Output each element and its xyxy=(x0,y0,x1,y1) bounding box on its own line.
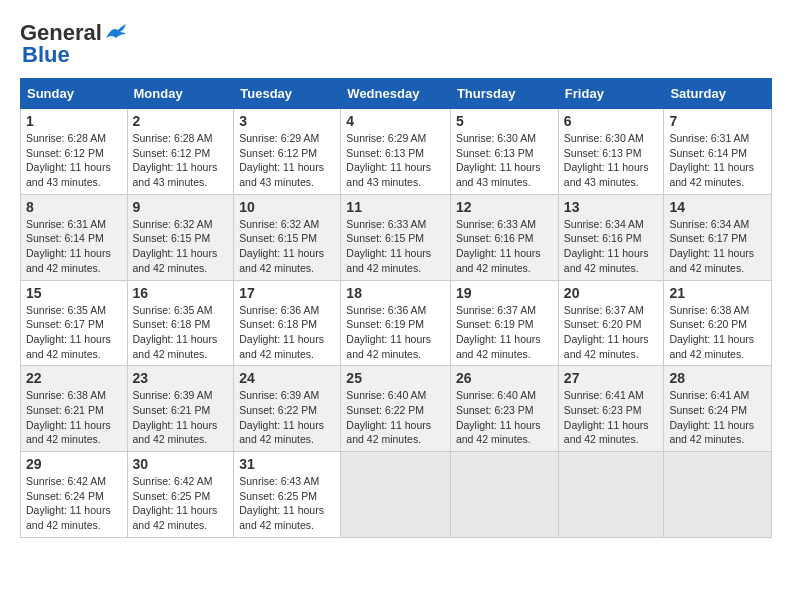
calendar-cell: 19 Sunrise: 6:37 AM Sunset: 6:19 PM Dayl… xyxy=(450,280,558,366)
day-info: Sunrise: 6:35 AM Sunset: 6:18 PM Dayligh… xyxy=(133,303,229,362)
day-info: Sunrise: 6:40 AM Sunset: 6:22 PM Dayligh… xyxy=(346,388,445,447)
daylight-minutes: and 42 minutes. xyxy=(26,433,101,445)
calendar-cell: 9 Sunrise: 6:32 AM Sunset: 6:15 PM Dayli… xyxy=(127,194,234,280)
sunrise-label: Sunrise: 6:28 AM xyxy=(26,132,106,144)
day-number: 23 xyxy=(133,370,229,386)
sunrise-label: Sunrise: 6:40 AM xyxy=(346,389,426,401)
column-header-tuesday: Tuesday xyxy=(234,79,341,109)
sunset-label: Sunset: 6:21 PM xyxy=(133,404,211,416)
daylight-minutes: and 42 minutes. xyxy=(346,262,421,274)
calendar-cell: 31 Sunrise: 6:43 AM Sunset: 6:25 PM Dayl… xyxy=(234,452,341,538)
sunset-label: Sunset: 6:15 PM xyxy=(239,232,317,244)
sunrise-label: Sunrise: 6:39 AM xyxy=(133,389,213,401)
sunrise-label: Sunrise: 6:36 AM xyxy=(239,304,319,316)
calendar-cell xyxy=(558,452,664,538)
day-info: Sunrise: 6:33 AM Sunset: 6:15 PM Dayligh… xyxy=(346,217,445,276)
sunset-label: Sunset: 6:24 PM xyxy=(669,404,747,416)
daylight-label: Daylight: 11 hours xyxy=(239,504,324,516)
sunrise-label: Sunrise: 6:31 AM xyxy=(669,132,749,144)
day-number: 31 xyxy=(239,456,335,472)
daylight-label: Daylight: 11 hours xyxy=(456,333,541,345)
day-number: 7 xyxy=(669,113,766,129)
calendar-cell: 25 Sunrise: 6:40 AM Sunset: 6:22 PM Dayl… xyxy=(341,366,451,452)
sunrise-label: Sunrise: 6:30 AM xyxy=(456,132,536,144)
daylight-label: Daylight: 11 hours xyxy=(133,419,218,431)
day-info: Sunrise: 6:29 AM Sunset: 6:13 PM Dayligh… xyxy=(346,131,445,190)
calendar-cell: 21 Sunrise: 6:38 AM Sunset: 6:20 PM Dayl… xyxy=(664,280,772,366)
calendar-cell: 2 Sunrise: 6:28 AM Sunset: 6:12 PM Dayli… xyxy=(127,109,234,195)
calendar-table: SundayMondayTuesdayWednesdayThursdayFrid… xyxy=(20,78,772,538)
daylight-label: Daylight: 11 hours xyxy=(564,333,649,345)
daylight-label: Daylight: 11 hours xyxy=(669,333,754,345)
day-number: 12 xyxy=(456,199,553,215)
calendar-week-5: 29 Sunrise: 6:42 AM Sunset: 6:24 PM Dayl… xyxy=(21,452,772,538)
sunset-label: Sunset: 6:15 PM xyxy=(346,232,424,244)
day-number: 13 xyxy=(564,199,659,215)
daylight-minutes: and 42 minutes. xyxy=(456,433,531,445)
sunset-label: Sunset: 6:15 PM xyxy=(133,232,211,244)
day-number: 5 xyxy=(456,113,553,129)
sunset-label: Sunset: 6:12 PM xyxy=(239,147,317,159)
column-header-saturday: Saturday xyxy=(664,79,772,109)
daylight-minutes: and 42 minutes. xyxy=(239,433,314,445)
day-info: Sunrise: 6:36 AM Sunset: 6:19 PM Dayligh… xyxy=(346,303,445,362)
calendar-cell: 6 Sunrise: 6:30 AM Sunset: 6:13 PM Dayli… xyxy=(558,109,664,195)
sunrise-label: Sunrise: 6:30 AM xyxy=(564,132,644,144)
sunrise-label: Sunrise: 6:32 AM xyxy=(239,218,319,230)
logo-bird-icon xyxy=(104,24,126,42)
calendar-week-4: 22 Sunrise: 6:38 AM Sunset: 6:21 PM Dayl… xyxy=(21,366,772,452)
sunset-label: Sunset: 6:19 PM xyxy=(456,318,534,330)
calendar-cell: 15 Sunrise: 6:35 AM Sunset: 6:17 PM Dayl… xyxy=(21,280,128,366)
sunrise-label: Sunrise: 6:31 AM xyxy=(26,218,106,230)
calendar-cell: 17 Sunrise: 6:36 AM Sunset: 6:18 PM Dayl… xyxy=(234,280,341,366)
calendar-cell xyxy=(341,452,451,538)
daylight-minutes: and 43 minutes. xyxy=(133,176,208,188)
sunset-label: Sunset: 6:20 PM xyxy=(564,318,642,330)
calendar-cell: 27 Sunrise: 6:41 AM Sunset: 6:23 PM Dayl… xyxy=(558,366,664,452)
day-number: 6 xyxy=(564,113,659,129)
sunset-label: Sunset: 6:14 PM xyxy=(669,147,747,159)
calendar-cell xyxy=(450,452,558,538)
day-info: Sunrise: 6:33 AM Sunset: 6:16 PM Dayligh… xyxy=(456,217,553,276)
day-info: Sunrise: 6:38 AM Sunset: 6:21 PM Dayligh… xyxy=(26,388,122,447)
column-header-monday: Monday xyxy=(127,79,234,109)
day-number: 15 xyxy=(26,285,122,301)
daylight-minutes: and 42 minutes. xyxy=(239,519,314,531)
day-number: 2 xyxy=(133,113,229,129)
day-info: Sunrise: 6:34 AM Sunset: 6:17 PM Dayligh… xyxy=(669,217,766,276)
daylight-label: Daylight: 11 hours xyxy=(239,419,324,431)
sunset-label: Sunset: 6:19 PM xyxy=(346,318,424,330)
sunset-label: Sunset: 6:21 PM xyxy=(26,404,104,416)
calendar-cell: 4 Sunrise: 6:29 AM Sunset: 6:13 PM Dayli… xyxy=(341,109,451,195)
sunset-label: Sunset: 6:16 PM xyxy=(456,232,534,244)
calendar-cell: 3 Sunrise: 6:29 AM Sunset: 6:12 PM Dayli… xyxy=(234,109,341,195)
sunrise-label: Sunrise: 6:34 AM xyxy=(669,218,749,230)
sunrise-label: Sunrise: 6:41 AM xyxy=(669,389,749,401)
daylight-label: Daylight: 11 hours xyxy=(26,419,111,431)
calendar-cell: 30 Sunrise: 6:42 AM Sunset: 6:25 PM Dayl… xyxy=(127,452,234,538)
sunrise-label: Sunrise: 6:42 AM xyxy=(26,475,106,487)
sunset-label: Sunset: 6:18 PM xyxy=(239,318,317,330)
calendar-week-3: 15 Sunrise: 6:35 AM Sunset: 6:17 PM Dayl… xyxy=(21,280,772,366)
day-number: 22 xyxy=(26,370,122,386)
calendar-cell: 22 Sunrise: 6:38 AM Sunset: 6:21 PM Dayl… xyxy=(21,366,128,452)
daylight-minutes: and 42 minutes. xyxy=(133,348,208,360)
sunset-label: Sunset: 6:18 PM xyxy=(133,318,211,330)
day-number: 27 xyxy=(564,370,659,386)
daylight-label: Daylight: 11 hours xyxy=(239,333,324,345)
day-info: Sunrise: 6:36 AM Sunset: 6:18 PM Dayligh… xyxy=(239,303,335,362)
daylight-minutes: and 42 minutes. xyxy=(564,262,639,274)
calendar-cell: 7 Sunrise: 6:31 AM Sunset: 6:14 PM Dayli… xyxy=(664,109,772,195)
daylight-minutes: and 42 minutes. xyxy=(26,519,101,531)
day-info: Sunrise: 6:39 AM Sunset: 6:22 PM Dayligh… xyxy=(239,388,335,447)
sunrise-label: Sunrise: 6:37 AM xyxy=(456,304,536,316)
daylight-minutes: and 43 minutes. xyxy=(346,176,421,188)
daylight-minutes: and 42 minutes. xyxy=(133,519,208,531)
daylight-label: Daylight: 11 hours xyxy=(133,247,218,259)
column-header-sunday: Sunday xyxy=(21,79,128,109)
daylight-minutes: and 42 minutes. xyxy=(133,262,208,274)
daylight-label: Daylight: 11 hours xyxy=(26,161,111,173)
day-number: 3 xyxy=(239,113,335,129)
calendar-cell: 8 Sunrise: 6:31 AM Sunset: 6:14 PM Dayli… xyxy=(21,194,128,280)
calendar-cell: 29 Sunrise: 6:42 AM Sunset: 6:24 PM Dayl… xyxy=(21,452,128,538)
